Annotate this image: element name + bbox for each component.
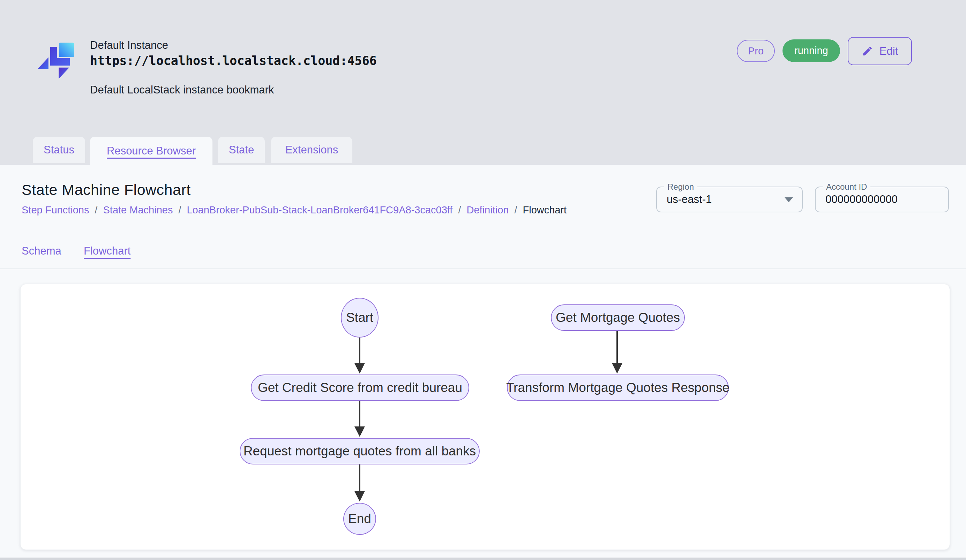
pro-chip: Pro [737,40,775,62]
node-end-label: End [348,511,371,526]
localstack-logo [33,36,75,79]
flowchart-node-request-quotes: Request mortgage quotes from all banks [240,438,480,465]
region-select[interactable]: Region us-east-1 [656,187,803,212]
flowchart-node-get-credit-score: Get Credit Score from credit bureau [251,375,469,401]
breadcrumb-state-machines[interactable]: State Machines [103,204,173,216]
page-title: State Machine Flowchart [21,181,191,198]
panel-divider [0,269,966,269]
flowchart-node-get-mortgage-quotes: Get Mortgage Quotes [551,305,685,331]
running-status-badge: running [782,39,840,62]
tab-resource-browser-label: Resource Browser [107,145,196,157]
node-start-label: Start [346,310,373,325]
breadcrumb: Step Functions / State Machines / LoanBr… [21,204,567,216]
breadcrumb-step-functions[interactable]: Step Functions [21,204,89,216]
node-request-quotes-label: Request mortgage quotes from all banks [243,444,476,458]
edit-button-label: Edit [879,45,898,57]
tab-state[interactable]: State [218,137,265,163]
tab-status[interactable]: Status [33,137,85,163]
node-get-mortgage-quotes-label: Get Mortgage Quotes [556,310,680,325]
flowchart-node-start: Start [341,298,378,337]
edit-button[interactable]: Edit [848,37,912,65]
dropdown-caret-icon [785,197,793,202]
localstack-app: Default Instance https://localhost.local… [0,0,966,560]
tab-resource-browser[interactable]: Resource Browser [90,137,212,165]
account-id-value: 000000000000 [825,187,898,212]
breadcrumb-flowchart: Flowchart [522,204,567,216]
instance-header: Default Instance https://localhost.local… [90,39,578,102]
breadcrumb-separator: / [514,204,517,216]
breadcrumb-state-machine-id[interactable]: LoanBroker-PubSub-Stack-LoanBroker641FC9… [187,204,452,216]
pencil-icon [862,45,873,57]
running-status-label: running [794,45,828,56]
pro-chip-label: Pro [748,45,764,57]
breadcrumb-separator: / [178,204,181,216]
tab-extensions-label: Extensions [285,144,338,156]
breadcrumb-definition[interactable]: Definition [467,204,509,216]
flowchart-node-end: End [343,503,376,535]
flowchart-node-transform-response: Transform Mortgage Quotes Response [507,375,729,401]
instance-name: Default Instance [90,39,168,52]
resource-browser-panel: State Machine Flowchart Step Functions /… [0,165,966,560]
tab-state-label: State [229,144,254,156]
region-value: us-east-1 [667,187,712,212]
window-bottom-edge [0,558,966,560]
subtab-schema[interactable]: Schema [21,245,61,257]
breadcrumb-separator: / [95,204,97,216]
instance-description: Default LocalStack instance bookmark [90,84,274,96]
flowchart-edges [21,284,950,550]
tab-status-label: Status [44,144,74,156]
node-transform-response-label: Transform Mortgage Quotes Response [506,380,729,395]
breadcrumb-separator: / [458,204,461,216]
flowchart-card: Start Get Credit Score from credit burea… [20,284,950,550]
instance-url: https://localhost.localstack.cloud:4566 [90,54,377,68]
subtab-flowchart[interactable]: Flowchart [84,245,130,257]
node-get-credit-score-label: Get Credit Score from credit bureau [258,380,462,395]
tab-extensions[interactable]: Extensions [271,137,352,163]
account-id-field[interactable]: Account ID 000000000000 [815,187,949,212]
